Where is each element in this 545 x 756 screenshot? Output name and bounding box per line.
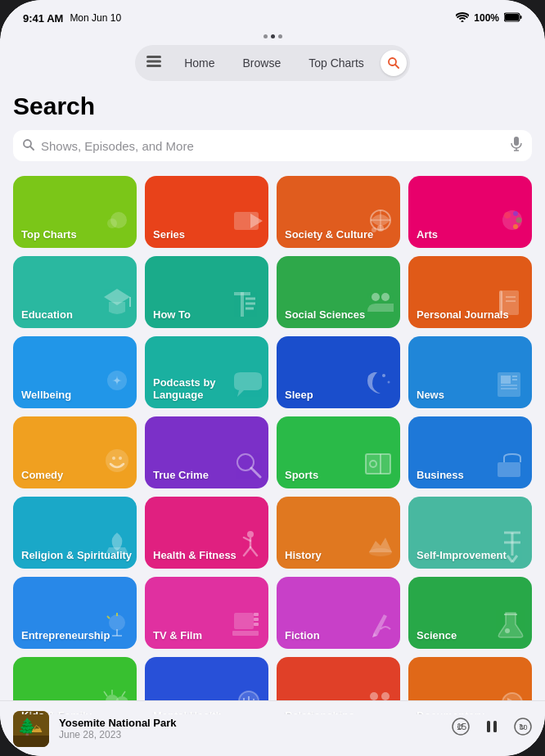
nav-top-charts[interactable]: Top Charts	[295, 52, 377, 74]
main-content: Search Shows, Episodes, and More Top Cha…	[0, 89, 545, 714]
svg-point-90	[370, 692, 378, 700]
category-label: Education	[21, 308, 73, 322]
category-science[interactable]: Science	[408, 577, 532, 649]
category-education[interactable]: Education	[13, 256, 137, 328]
svg-point-23	[504, 212, 511, 218]
category-series[interactable]: Series	[145, 176, 268, 248]
svg-text:30: 30	[520, 723, 528, 731]
svg-point-25	[516, 218, 522, 223]
status-icons: 100%	[456, 12, 522, 25]
sidebar-toggle-icon[interactable]	[138, 51, 169, 75]
category-personal-journals[interactable]: Personal Journals	[408, 256, 532, 328]
svg-rect-10	[514, 137, 519, 146]
svg-point-24	[513, 211, 518, 216]
mic-icon[interactable]	[511, 137, 522, 155]
category-top-charts[interactable]: Top Charts	[13, 176, 137, 248]
svg-rect-101	[13, 736, 49, 747]
svg-rect-44	[501, 376, 511, 384]
category-business[interactable]: Business	[408, 416, 532, 488]
svg-rect-29	[241, 292, 244, 317]
category-self-improvement[interactable]: Self-Improvement	[408, 497, 532, 569]
category-wellbeing[interactable]: Wellbeing	[13, 336, 137, 408]
svg-line-71	[107, 616, 110, 619]
category-label: Self-Improvement	[417, 549, 507, 562]
svg-point-80	[505, 628, 510, 633]
svg-point-14	[107, 218, 117, 228]
category-label: Kids & Family	[21, 709, 92, 714]
svg-line-85	[122, 691, 125, 696]
wifi-icon	[456, 12, 469, 25]
category-label: Society & Culture	[285, 228, 373, 241]
dot-1	[263, 34, 268, 38]
category-true-crime[interactable]: True Crime	[145, 416, 268, 488]
category-comedy[interactable]: Comedy	[13, 416, 137, 488]
category-sleep[interactable]: Sleep	[277, 336, 400, 408]
category-label: Health & Fitness	[153, 549, 236, 562]
player-forward-button[interactable]: ↻30	[514, 718, 532, 740]
category-label: Series	[153, 228, 185, 241]
player-subtitle: June 28, 2023	[59, 729, 442, 740]
category-fiction[interactable]: Fiction	[277, 577, 400, 649]
category-entrepreneurship[interactable]: Entrepreneurship	[13, 577, 137, 649]
category-tv-film[interactable]: TV & Film	[145, 577, 268, 649]
category-arts[interactable]: Arts	[408, 176, 532, 248]
nav-search-button[interactable]	[381, 50, 407, 76]
category-label: Comedy	[21, 469, 63, 482]
search-placeholder: Shows, Episodes, and More	[41, 139, 504, 153]
svg-rect-75	[254, 613, 259, 616]
svg-point-42	[388, 381, 390, 384]
bottom-player: 🌲 ⛰ Yosemite National Park June 28, 2023…	[0, 700, 545, 756]
category-label: Top Charts	[21, 228, 77, 241]
nav-browse[interactable]: Browse	[229, 52, 294, 74]
category-sports[interactable]: Sports	[277, 416, 400, 488]
svg-point-41	[382, 374, 385, 377]
svg-rect-77	[254, 623, 259, 626]
player-rewind-button[interactable]: ↺15	[452, 718, 470, 740]
svg-point-58	[247, 531, 254, 538]
svg-rect-4	[146, 61, 161, 63]
svg-point-20	[377, 225, 384, 232]
svg-text:⛰: ⛰	[31, 722, 43, 735]
dot-3	[278, 34, 282, 38]
svg-point-49	[106, 449, 128, 472]
category-news[interactable]: News	[408, 336, 532, 408]
category-social-sciences[interactable]: Social Sciences	[277, 256, 400, 328]
status-date: Mon Jun 10	[70, 12, 121, 24]
categories-grid: Top Charts Series Society & Culture Arts…	[13, 176, 532, 714]
category-how-to[interactable]: How To	[145, 256, 268, 328]
svg-rect-107	[487, 721, 490, 732]
status-time: 9:41 AM	[23, 12, 63, 25]
category-society-culture[interactable]: Society & Culture	[277, 176, 400, 248]
svg-line-60	[244, 547, 250, 556]
category-label: Social Sciences	[285, 308, 365, 322]
category-label: Sports	[285, 469, 318, 482]
category-label: Religion & Spirituality	[21, 549, 132, 562]
svg-point-50	[112, 457, 115, 460]
nav-bar: Home Browse Top Charts	[0, 38, 545, 89]
svg-rect-74	[234, 613, 254, 629]
category-label: News	[417, 389, 444, 402]
category-religion-spirituality[interactable]: Religion & Spirituality	[13, 497, 137, 569]
svg-rect-1	[505, 14, 519, 20]
nav-home[interactable]: Home	[171, 52, 227, 74]
svg-line-7	[395, 65, 399, 68]
svg-line-53	[251, 468, 260, 477]
svg-rect-30	[234, 292, 250, 295]
svg-rect-78	[232, 631, 259, 636]
category-label: Documentary	[417, 709, 484, 714]
svg-point-26	[513, 224, 518, 229]
svg-line-83	[104, 691, 107, 696]
svg-rect-5	[146, 65, 161, 67]
category-podcasts-by-language[interactable]: Podcasts by Language	[145, 336, 268, 408]
category-health-fitness[interactable]: Health & Fitness	[145, 497, 268, 569]
nav-pill: Home Browse Top Charts	[135, 45, 410, 81]
category-label: Wellbeing	[21, 389, 71, 402]
search-bar[interactable]: Shows, Episodes, and More	[13, 130, 532, 161]
category-history[interactable]: History	[277, 497, 400, 569]
player-pause-button[interactable]	[483, 718, 501, 740]
battery-shape	[504, 12, 522, 25]
category-label: Entrepreneurship	[21, 629, 110, 642]
svg-point-51	[119, 457, 122, 460]
category-label: Podcasts by Language	[153, 376, 268, 402]
player-artwork: 🌲 ⛰	[13, 711, 49, 747]
